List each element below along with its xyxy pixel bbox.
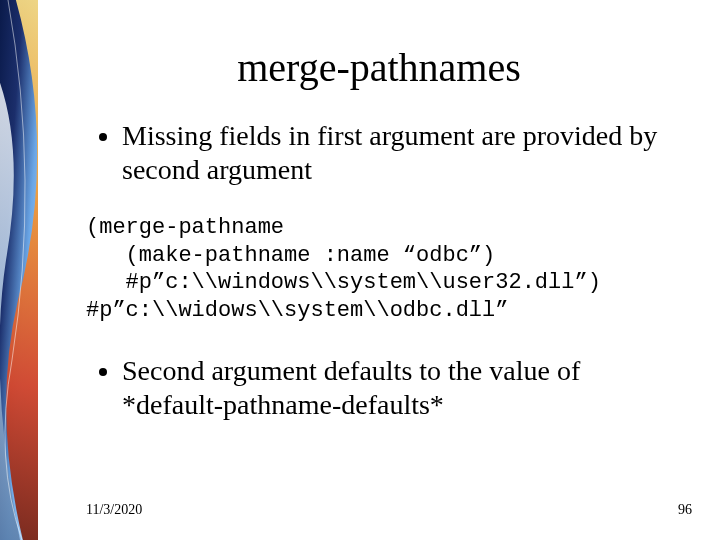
- footer-page-number: 96: [678, 502, 692, 518]
- bullet-item: Second argument defaults to the value of…: [122, 354, 680, 421]
- decorative-side-strip: [0, 0, 38, 540]
- slide-title: merge-pathnames: [38, 44, 720, 91]
- footer-date: 11/3/2020: [86, 502, 142, 518]
- bullet-list-bottom: Second argument defaults to the value of…: [100, 354, 680, 421]
- bullet-list-top: Missing fields in first argument are pro…: [100, 119, 680, 186]
- slide-content: merge-pathnames Missing fields in first …: [38, 0, 720, 540]
- code-example: (merge-pathname (make-pathname :name “od…: [86, 214, 680, 324]
- bullet-item: Missing fields in first argument are pro…: [122, 119, 680, 186]
- slide: merge-pathnames Missing fields in first …: [0, 0, 720, 540]
- side-strip-graphic: [0, 0, 38, 540]
